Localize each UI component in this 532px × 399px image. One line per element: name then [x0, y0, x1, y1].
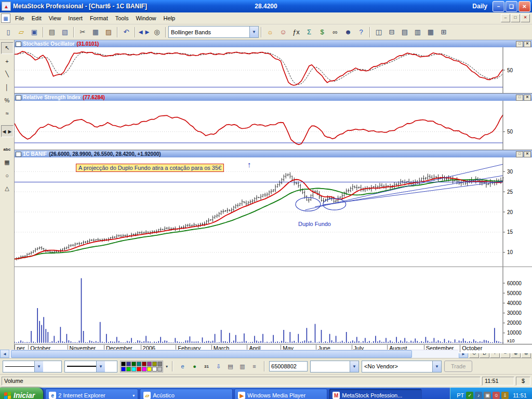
- panel-close-button[interactable]: ✕: [524, 95, 531, 101]
- line-weight-combo[interactable]: ▼: [64, 361, 117, 373]
- child-minimize-button[interactable]: –: [501, 14, 510, 22]
- task-internet-explorer[interactable]: e2 Internet Explorer▾: [45, 389, 138, 399]
- layout-rows-button[interactable]: ▥: [411, 26, 424, 38]
- internet-quotes-button[interactable]: e: [177, 361, 188, 372]
- color-swatch[interactable]: [152, 367, 157, 371]
- task-acustico-folder[interactable]: ▱Acústico: [140, 389, 233, 399]
- indicator-combo[interactable]: Bollinger Bands ▼: [168, 26, 259, 38]
- color-swatch[interactable]: [121, 367, 126, 371]
- cut-button[interactable]: ✂: [76, 26, 89, 38]
- color-swatch[interactable]: [147, 367, 152, 371]
- layout-grid-button[interactable]: ▦: [424, 26, 437, 38]
- copy-button[interactable]: ▦: [89, 26, 102, 38]
- menu-file[interactable]: File: [11, 14, 28, 22]
- task-group-chevron-icon[interactable]: ▾: [132, 393, 135, 398]
- projection-annotation[interactable]: A projecção do Duplo Fundo atira a cotaç…: [76, 164, 224, 172]
- save-button[interactable]: ▣: [28, 26, 41, 38]
- print-button[interactable]: ▤: [46, 26, 58, 38]
- tile-horizontal-button[interactable]: ⊟: [385, 26, 398, 38]
- trendline-tool[interactable]: ╲: [1, 68, 14, 80]
- color-swatch[interactable]: [121, 362, 126, 366]
- color-swatch[interactable]: [131, 362, 136, 366]
- minimize-button[interactable]: –: [493, 1, 504, 12]
- tray-messenger-icon[interactable]: ☺: [493, 392, 500, 399]
- color-swatch[interactable]: [157, 362, 162, 366]
- report-button[interactable]: ▤: [225, 361, 236, 372]
- menu-help[interactable]: Help: [160, 14, 179, 22]
- stochastic-title-bar[interactable]: Stochastic Oscillator (31.0101) □ ✕: [15, 40, 532, 47]
- paste-button[interactable]: ▨: [102, 26, 115, 38]
- cascade-windows-button[interactable]: ▤: [398, 26, 411, 38]
- new-chart-button[interactable]: ▯: [2, 26, 15, 38]
- color-swatch[interactable]: [157, 367, 162, 371]
- menu-window[interactable]: Window: [132, 14, 159, 22]
- chevron-down-icon[interactable]: ▼: [432, 361, 441, 372]
- expert-advisor-button[interactable]: ☺: [277, 26, 289, 38]
- menu-tools[interactable]: Tools: [112, 14, 132, 22]
- trade-button[interactable]: Trade: [444, 361, 472, 372]
- color-swatch[interactable]: [131, 367, 136, 371]
- tray-volume-icon[interactable]: ♪: [475, 392, 482, 399]
- indicator-builder-button[interactable]: ƒx: [290, 26, 302, 38]
- tray-network-icon[interactable]: ▣: [484, 392, 491, 399]
- menu-insert[interactable]: Insert: [64, 14, 86, 22]
- panel-restore-button[interactable]: □: [516, 95, 523, 101]
- zigzag-tool[interactable]: ≈: [1, 107, 14, 119]
- start-button[interactable]: Iniciar: [0, 388, 43, 399]
- line-style-combo[interactable]: ▼: [3, 361, 62, 373]
- tile-vertical-button[interactable]: ◫: [373, 26, 385, 38]
- undo-button[interactable]: ↶: [120, 26, 132, 38]
- chevron-down-icon[interactable]: ▼: [350, 361, 358, 372]
- volume-chart[interactable]: 100002000030000400005000060000x10: [15, 267, 532, 344]
- calendar-button[interactable]: 31: [201, 361, 212, 372]
- panel-restore-button[interactable]: □: [516, 41, 523, 47]
- symbol-combo[interactable]: ▼: [310, 361, 359, 373]
- chart-window-icon[interactable]: ▦: [1, 14, 10, 23]
- context-help-button[interactable]: ?: [355, 26, 367, 38]
- stochastic-chart[interactable]: 50: [15, 47, 532, 93]
- menu-edit[interactable]: Edit: [28, 14, 45, 22]
- chevron-down-icon[interactable]: ▼: [96, 361, 105, 372]
- web-portfolio-button[interactable]: ●: [189, 361, 200, 372]
- downloader-button[interactable]: ⇩: [213, 361, 224, 372]
- price-title-bar[interactable]: 1C BANIF (26.6000, 28.9900, 26.5500, 28.…: [15, 150, 532, 157]
- vendor-combo[interactable]: <No Vendor> ▼: [362, 361, 442, 373]
- pointer-tool[interactable]: ↖: [1, 42, 14, 54]
- price-chart[interactable]: 1015202530: [15, 157, 532, 267]
- text-tool[interactable]: abc: [1, 143, 14, 155]
- online-quotes-button[interactable]: ☼: [264, 26, 276, 38]
- tray-antivirus-icon[interactable]: ✓: [466, 392, 473, 399]
- color-swatch[interactable]: [137, 362, 141, 366]
- color-swatch[interactable]: [142, 362, 147, 366]
- scroll-left-arrow[interactable]: ◄: [0, 350, 9, 358]
- menu-format[interactable]: Format: [86, 14, 112, 22]
- enhanced-tester-button[interactable]: $: [316, 26, 328, 38]
- vertical-line-tool[interactable]: │: [1, 81, 14, 93]
- page-setup-button[interactable]: ▥: [237, 361, 248, 372]
- scrollbar-track[interactable]: [9, 350, 459, 358]
- close-button[interactable]: ✕: [518, 1, 530, 12]
- zoom-button[interactable]: ◎: [151, 26, 163, 38]
- scrollbar-thumb[interactable]: [11, 350, 412, 358]
- grid-tool[interactable]: ▦: [1, 156, 14, 168]
- crosshair-tool[interactable]: +: [1, 55, 14, 67]
- rsi-chart[interactable]: 50: [15, 101, 532, 150]
- system-tester-button[interactable]: Σ: [303, 26, 315, 38]
- list-button[interactable]: ≡: [249, 361, 260, 372]
- color-swatch[interactable]: [142, 367, 147, 371]
- palette-more-arrow[interactable]: ▾: [166, 364, 168, 369]
- up-arrow-icon[interactable]: ↑: [247, 160, 251, 169]
- chevron-down-icon[interactable]: ▼: [249, 26, 258, 37]
- restore-button[interactable]: ❑: [506, 1, 517, 12]
- print-preview-button[interactable]: ▧: [59, 26, 71, 38]
- experts-button[interactable]: ☻: [342, 26, 354, 38]
- panel-restore-button[interactable]: □: [516, 151, 523, 157]
- color-swatch[interactable]: [152, 362, 157, 366]
- color-swatch[interactable]: [126, 362, 131, 366]
- task-windows-media-player[interactable]: ▶Windows Media Player: [234, 389, 327, 399]
- panel-close-button[interactable]: ✕: [524, 151, 531, 157]
- tray-update-icon[interactable]: ⇩: [501, 392, 509, 399]
- explorer-button[interactable]: ∞: [329, 26, 341, 38]
- panel-close-button[interactable]: ✕: [524, 41, 531, 47]
- pan-button[interactable]: ◄►: [138, 26, 150, 38]
